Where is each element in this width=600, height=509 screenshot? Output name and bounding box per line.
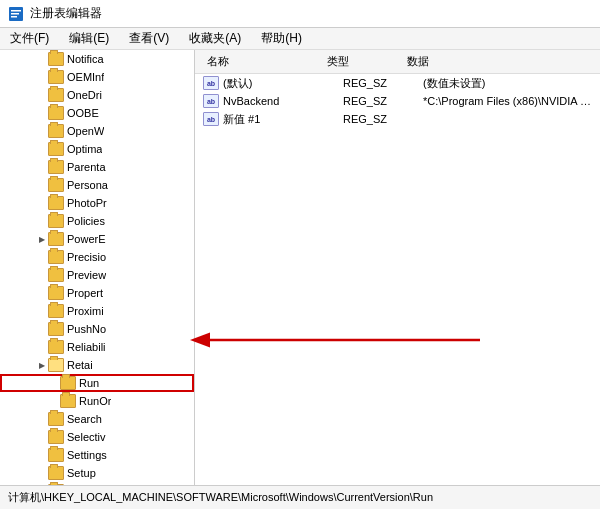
expand-icon[interactable] [36,197,48,209]
col-header-name[interactable]: 名称 [203,52,323,71]
expand-icon[interactable] [36,449,48,461]
expand-icon[interactable] [36,431,48,443]
tree-item-label: Search [67,413,102,425]
tree-item[interactable]: Propert [0,284,194,302]
tree-item[interactable]: Precisio [0,248,194,266]
tree-item[interactable]: Search [0,410,194,428]
tree-item-label: OEMInf [67,71,104,83]
tree-item[interactable]: Setup [0,464,194,482]
expand-icon[interactable] [36,89,48,101]
tree-item[interactable]: Notifica [0,50,194,68]
col-header-data[interactable]: 数据 [403,52,592,71]
menu-help[interactable]: 帮助(H) [257,28,306,49]
expand-icon[interactable] [36,161,48,173]
reg-value-icon: ab [203,94,219,108]
tree-item-label: OOBE [67,107,99,119]
tree-item[interactable]: Optima [0,140,194,158]
tree-item-label: Setup [67,467,96,479]
tree-item-label: PowerE [67,233,106,245]
tree-item-label: PushNo [67,323,106,335]
expand-icon[interactable] [36,341,48,353]
expand-icon[interactable] [36,287,48,299]
registry-row[interactable]: ab(默认)REG_SZ(数值未设置) [195,74,600,92]
registry-tree[interactable]: NotificaOEMInfOneDriOOBEOpenWOptimaParen… [0,50,195,485]
folder-icon [48,448,64,462]
folder-icon [48,286,64,300]
tree-item[interactable]: OneDri [0,86,194,104]
expand-icon[interactable] [36,413,48,425]
tree-item[interactable]: Parenta [0,158,194,176]
expand-icon[interactable] [36,467,48,479]
status-bar: 计算机\HKEY_LOCAL_MACHINE\SOFTWARE\Microsof… [0,485,600,509]
tree-item-label: Run [79,377,99,389]
tree-item-label: OpenW [67,125,104,137]
tree-item[interactable]: OpenW [0,122,194,140]
svg-rect-3 [11,16,17,18]
registry-row[interactable]: abNvBackendREG_SZ*C:\Program Files (x86)… [195,92,600,110]
tree-item[interactable]: OOBE [0,104,194,122]
tree-item[interactable]: Preview [0,266,194,284]
tree-item[interactable]: Settings [0,446,194,464]
title-text: 注册表编辑器 [30,5,102,22]
content-header: 名称 类型 数据 [195,50,600,74]
expand-icon[interactable] [48,395,60,407]
tree-item[interactable]: Persona [0,176,194,194]
tree-item[interactable]: Proximi [0,302,194,320]
tree-item-label: Precisio [67,251,106,263]
tree-item[interactable]: ▶Retai [0,356,194,374]
folder-icon [48,178,64,192]
tree-item[interactable]: Selectiv [0,428,194,446]
tree-item[interactable]: PushNo [0,320,194,338]
tree-item[interactable]: Run [0,374,194,392]
tree-item[interactable]: Reliabili [0,338,194,356]
menu-file[interactable]: 文件(F) [6,28,53,49]
tree-item[interactable]: RunOr [0,392,194,410]
expand-icon[interactable] [48,377,60,389]
window-container: 注册表编辑器 文件(F) 编辑(E) 查看(V) 收藏夹(A) 帮助(H) No… [0,0,600,509]
expand-icon[interactable]: ▶ [36,359,48,371]
registry-row[interactable]: ab新值 #1REG_SZ [195,110,600,128]
tree-item[interactable]: Policies [0,212,194,230]
folder-icon [48,196,64,210]
menu-view[interactable]: 查看(V) [125,28,173,49]
folder-icon [48,70,64,84]
folder-icon [48,322,64,336]
expand-icon[interactable] [36,71,48,83]
col-header-type[interactable]: 类型 [323,52,403,71]
expand-icon[interactable] [36,269,48,281]
expand-icon[interactable] [36,143,48,155]
tree-item-label: Preview [67,269,106,281]
menu-favorites[interactable]: 收藏夹(A) [185,28,245,49]
expand-icon[interactable] [36,179,48,191]
reg-value-type: REG_SZ [343,113,423,125]
folder-icon [48,304,64,318]
expand-icon[interactable] [36,251,48,263]
reg-value-type: REG_SZ [343,77,423,89]
title-bar: 注册表编辑器 [0,0,600,28]
expand-icon[interactable]: ▶ [36,233,48,245]
folder-icon [48,106,64,120]
tree-item-label: Propert [67,287,103,299]
tree-item-label: Optima [67,143,102,155]
menu-edit[interactable]: 编辑(E) [65,28,113,49]
expand-icon[interactable] [36,53,48,65]
main-area: NotificaOEMInfOneDriOOBEOpenWOptimaParen… [0,50,600,485]
folder-icon [48,340,64,354]
folder-icon [48,52,64,66]
registry-content: 名称 类型 数据 ab(默认)REG_SZ(数值未设置)abNvBackendR… [195,50,600,485]
expand-icon[interactable] [36,305,48,317]
expand-icon[interactable] [36,125,48,137]
folder-icon [48,358,64,372]
folder-icon [48,466,64,480]
reg-value-name: NvBackend [223,95,343,107]
expand-icon[interactable] [36,107,48,119]
folder-icon [60,394,76,408]
expand-icon[interactable] [36,323,48,335]
tree-item[interactable]: OEMInf [0,68,194,86]
tree-item[interactable]: ▶PowerE [0,230,194,248]
tree-item[interactable]: PhotoPr [0,194,194,212]
expand-icon[interactable] [36,215,48,227]
tree-item[interactable]: SharedI [0,482,194,485]
tree-item-label: Parenta [67,161,106,173]
regedit-icon [8,6,24,22]
